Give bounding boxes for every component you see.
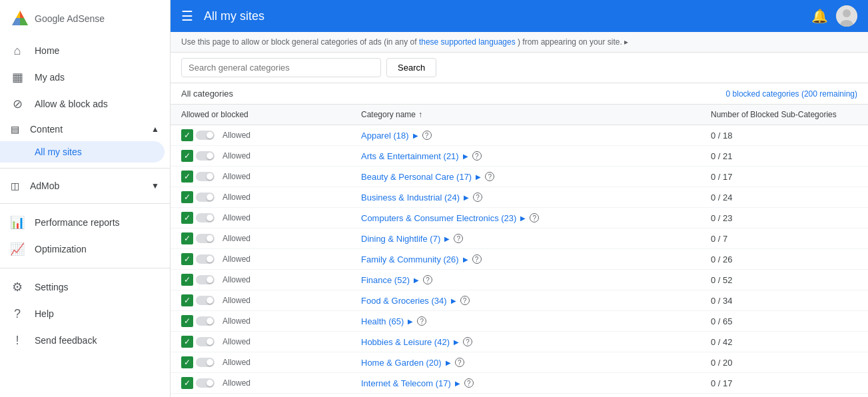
help-icon-3[interactable]: ? — [473, 193, 482, 202]
expand-icon-2[interactable]: ▶ — [476, 173, 481, 181]
sidebar-item-settings[interactable]: ⚙ Settings — [0, 274, 165, 300]
sidebar-item-help[interactable]: ? Help — [0, 300, 165, 327]
toggle-slider-8[interactable] — [196, 296, 215, 305]
help-icon-2[interactable]: ? — [485, 172, 494, 181]
checkmark-8[interactable]: ✓ — [181, 294, 193, 306]
help-icon-8[interactable]: ? — [460, 296, 470, 305]
toggle-slider-0[interactable] — [196, 131, 215, 140]
expand-icon-4[interactable]: ▶ — [520, 214, 526, 222]
checkmark-0[interactable]: ✓ — [181, 129, 193, 141]
category-link-1[interactable]: Arts & Entertainment (21) — [361, 151, 459, 161]
expand-icon-11[interactable]: ▶ — [446, 359, 451, 366]
toggle-cell-9: ✓ Allowed — [181, 315, 361, 327]
category-link-7[interactable]: Finance (52) — [361, 275, 410, 285]
sidebar-feedback-label: Send feedback — [35, 335, 97, 346]
expand-icon-1[interactable]: ▶ — [463, 153, 468, 160]
sidebar-content-section[interactable]: ▤ Content ▲ — [0, 117, 170, 141]
checkmark-5[interactable]: ✓ — [181, 232, 193, 244]
toggle-slider-2[interactable] — [196, 172, 215, 181]
expand-icon-7[interactable]: ▶ — [414, 276, 419, 284]
help-icon-5[interactable]: ? — [454, 234, 463, 243]
category-link-0[interactable]: Apparel (18) — [361, 131, 409, 141]
category-link-6[interactable]: Family & Community (26) — [361, 254, 459, 264]
sidebar-all-my-sites-label: All my sites — [35, 147, 82, 157]
help-icon-10[interactable]: ? — [463, 337, 472, 346]
toggle-wrap-4: ✓ — [181, 212, 215, 224]
checkmark-11[interactable]: ✓ — [181, 356, 193, 368]
help-icon-7[interactable]: ? — [423, 275, 432, 284]
help-icon-11[interactable]: ? — [455, 358, 464, 367]
sidebar-performance-label: Performance reports — [35, 217, 120, 228]
toggle-wrap-9: ✓ — [181, 315, 215, 327]
help-icon-1[interactable]: ? — [472, 151, 482, 161]
checkmark-12[interactable]: ✓ — [181, 377, 193, 389]
toggle-slider-1[interactable] — [196, 151, 215, 161]
sidebar-item-feedback[interactable]: ! Send feedback — [0, 327, 165, 354]
feedback-icon: ! — [11, 334, 24, 347]
category-link-10[interactable]: Hobbies & Leisure (42) — [361, 337, 450, 347]
checkmark-6[interactable]: ✓ — [181, 253, 193, 265]
category-link-2[interactable]: Beauty & Personal Care (17) — [361, 172, 472, 182]
expand-icon-5[interactable]: ▶ — [444, 235, 450, 242]
main-content: ☰ All my sites 🔔 Use this page to allow … — [171, 0, 868, 397]
menu-icon[interactable]: ☰ — [181, 8, 193, 24]
toggle-slider-12[interactable] — [196, 378, 215, 388]
filter-bar: Search — [171, 53, 868, 83]
help-icon-9[interactable]: ? — [417, 316, 426, 326]
category-link-4[interactable]: Computers & Consumer Electronics (23) — [361, 213, 516, 223]
expand-icon-0[interactable]: ▶ — [413, 132, 418, 139]
expand-icon-8[interactable]: ▶ — [451, 297, 456, 304]
toggle-slider-6[interactable] — [196, 254, 215, 264]
sidebar-item-optimization[interactable]: 📈 Optimization — [0, 236, 165, 262]
search-button[interactable]: Search — [386, 58, 436, 77]
search-input[interactable] — [181, 58, 381, 77]
notification-icon[interactable]: 🔔 — [811, 8, 828, 24]
header-category-name[interactable]: Category name ↑ — [361, 110, 711, 119]
sidebar-item-home[interactable]: ⌂ Home — [0, 37, 165, 64]
table-row: ✓ Allowed Computers & Consumer Electroni… — [171, 208, 868, 228]
toggle-slider-3[interactable] — [196, 193, 215, 202]
table-row: ✓ Allowed Beauty & Personal Care (17) ▶ … — [171, 167, 868, 187]
content-collapse-icon: ▲ — [151, 125, 159, 134]
checkmark-3[interactable]: ✓ — [181, 191, 193, 203]
checkmark-7[interactable]: ✓ — [181, 274, 193, 286]
checkmark-4[interactable]: ✓ — [181, 212, 193, 224]
category-link-8[interactable]: Food & Groceries (34) — [361, 296, 447, 306]
expand-icon-9[interactable]: ▶ — [408, 318, 413, 325]
sidebar-admob-section[interactable]: ◫ AdMob ▼ — [0, 174, 170, 198]
allowed-text-8: Allowed — [222, 296, 250, 305]
toggle-slider-7[interactable] — [196, 275, 215, 284]
category-link-11[interactable]: Home & Garden (20) — [361, 358, 442, 368]
sidebar-item-all-my-sites[interactable]: All my sites — [0, 141, 165, 163]
expand-icon-6[interactable]: ▶ — [463, 256, 468, 263]
help-icon-4[interactable]: ? — [530, 213, 539, 222]
toggle-slider-11[interactable] — [196, 358, 215, 367]
toggle-wrap-10: ✓ — [181, 336, 215, 348]
sidebar-item-allow-block[interactable]: ⊘ Allow & block ads — [0, 91, 165, 117]
toggle-slider-5[interactable] — [196, 234, 215, 243]
category-link-5[interactable]: Dining & Nightlife (7) — [361, 234, 440, 244]
category-link-12[interactable]: Internet & Telecom (17) — [361, 378, 451, 388]
expand-icon-3[interactable]: ▶ — [464, 194, 469, 201]
toggle-cell-0: ✓ Allowed — [181, 129, 361, 141]
help-icon-12[interactable]: ? — [464, 378, 474, 388]
svg-marker-2 — [20, 18, 28, 25]
user-avatar[interactable] — [836, 5, 857, 27]
toggle-slider-9[interactable] — [196, 316, 215, 326]
checkmark-2[interactable]: ✓ — [181, 171, 193, 183]
sidebar-item-my-ads[interactable]: ▦ My ads — [0, 64, 165, 91]
help-icon-6[interactable]: ? — [472, 254, 482, 264]
checkmark-10[interactable]: ✓ — [181, 336, 193, 348]
expand-icon-12[interactable]: ▶ — [455, 380, 460, 387]
checkmark-9[interactable]: ✓ — [181, 315, 193, 327]
help-icon-0[interactable]: ? — [422, 131, 432, 140]
category-link-9[interactable]: Health (65) — [361, 316, 404, 326]
category-link-3[interactable]: Business & Industrial (24) — [361, 193, 460, 202]
toggle-slider-10[interactable] — [196, 337, 215, 346]
sidebar-divider-1 — [0, 168, 170, 169]
expand-icon-10[interactable]: ▶ — [454, 338, 459, 346]
supported-languages-link[interactable]: these supported languages — [419, 37, 516, 47]
toggle-slider-4[interactable] — [196, 213, 215, 222]
checkmark-1[interactable]: ✓ — [181, 150, 193, 162]
sidebar-item-performance[interactable]: 📊 Performance reports — [0, 209, 165, 236]
